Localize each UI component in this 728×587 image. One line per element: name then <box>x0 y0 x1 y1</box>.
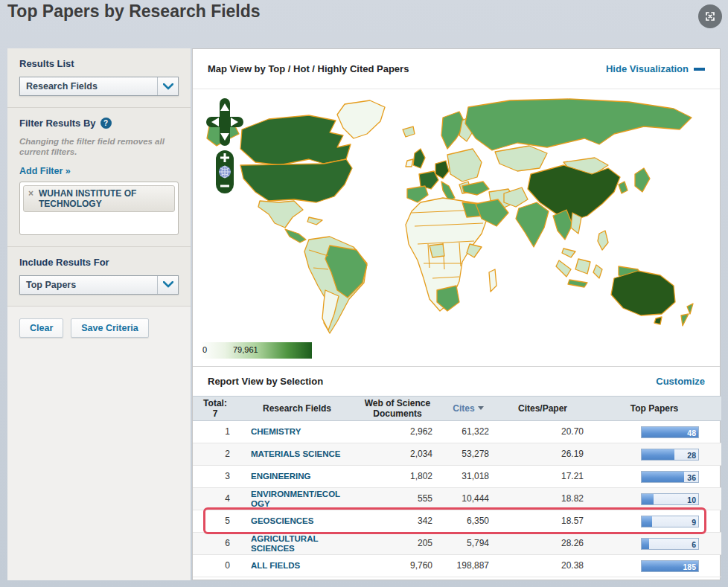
country-nigeria <box>430 244 444 257</box>
top-papers-value: 9 <box>692 518 696 527</box>
country-indonesia-sulawesi <box>593 265 602 278</box>
top-papers-value: 36 <box>687 473 696 483</box>
cites-value: 5,794 <box>438 533 498 555</box>
table-row: 1CHEMISTRY2,96261,32220.7048 <box>193 421 721 443</box>
legend-gradient-bar: 0 79,961 <box>200 342 312 359</box>
table-row: 6AGRICULTURAL SCIENCES2055,79428.266 <box>193 533 721 555</box>
country-south-korea <box>619 182 628 193</box>
country-indonesia-java <box>568 280 587 287</box>
country-india <box>516 202 549 247</box>
cites-per-paper-value: 17.21 <box>498 466 587 488</box>
fullscreen-button[interactable] <box>698 4 722 28</box>
sidebar: Results List Research Fields Filter Resu… <box>7 48 191 580</box>
include-results-selected-value: Top Papers <box>20 276 157 294</box>
report-table-body: 1CHEMISTRY2,96261,32220.70482MATERIALS S… <box>193 421 721 577</box>
legend-max-value: 79,961 <box>233 345 258 354</box>
top-papers-value: 6 <box>692 540 696 550</box>
top-papers-bar: 10 <box>641 493 699 505</box>
row-rank: 5 <box>193 510 237 533</box>
top-papers-value: 48 <box>687 429 696 438</box>
legend-min-value: 0 <box>202 345 207 354</box>
field-link[interactable]: CHEMISTRY <box>251 427 301 437</box>
pan-dpad[interactable] <box>206 98 243 146</box>
sort-desc-icon <box>478 406 484 410</box>
oceania[interactable] <box>611 271 693 326</box>
column-cites-per-paper[interactable]: Cites/Paper <box>498 397 587 421</box>
south-america[interactable] <box>304 237 367 333</box>
results-list-heading: Results List <box>19 58 179 69</box>
wos-documents-value: 555 <box>357 488 438 510</box>
top-papers-value: 185 <box>683 562 696 572</box>
page-title: Top Papers by Research Fields <box>7 1 261 22</box>
country-spain <box>407 186 428 202</box>
include-results-select[interactable]: Top Papers <box>19 275 179 295</box>
row-rank: 3 <box>193 466 237 488</box>
wos-documents-value: 205 <box>357 533 438 555</box>
central-america <box>285 229 306 243</box>
map-view-title: Map View by Top / Hot / Highly Cited Pap… <box>208 63 409 74</box>
help-icon[interactable]: ? <box>100 118 112 129</box>
row-rank: 2 <box>193 443 237 466</box>
table-row: 5GEOSCIENCES3426,35018.579 <box>193 510 721 533</box>
country-australia <box>611 271 675 315</box>
field-link[interactable]: AGRICULTURAL SCIENCES <box>251 534 344 554</box>
asia[interactable] <box>462 99 692 287</box>
table-row: 2MATERIALS SCIENCE2,03453,27826.1928 <box>193 443 721 466</box>
column-wos-documents[interactable]: Web of Science Documents <box>357 397 438 421</box>
country-mexico <box>258 201 303 228</box>
cites-value: 10,444 <box>438 488 498 510</box>
field-link[interactable]: GEOSCIENCES <box>251 516 313 526</box>
country-japan <box>635 168 650 192</box>
chevron-down-icon <box>157 276 178 294</box>
map-area <box>193 89 720 338</box>
results-list-select[interactable]: Research Fields <box>19 77 179 96</box>
country-iceland <box>403 126 415 137</box>
wos-documents-value: 2,034 <box>357 443 438 466</box>
country-indonesia-borneo <box>575 259 590 274</box>
field-link[interactable]: ALL FIELDS <box>251 561 300 571</box>
collapse-minus-icon <box>694 68 705 71</box>
zoom-control[interactable] <box>216 150 234 193</box>
top-papers-bar: 28 <box>641 449 699 461</box>
world-choropleth-map[interactable] <box>197 91 711 336</box>
report-view-title: Report View by Selection <box>208 376 323 387</box>
filter-tag-label: WUHAN INSTITUTE OF TECHNOLOGY <box>39 188 170 209</box>
country-russia <box>465 99 692 150</box>
remove-filter-icon[interactable]: × <box>28 188 33 199</box>
add-filter-link[interactable]: Add Filter » <box>19 166 71 176</box>
hide-visualization-link[interactable]: Hide Visualization <box>606 63 705 74</box>
filter-note: Changing the filter field removes all cu… <box>19 136 179 158</box>
country-ethiopia <box>467 244 482 257</box>
row-rank: 0 <box>193 555 237 577</box>
top-papers-bar: 185 <box>641 560 699 572</box>
field-link[interactable]: MATERIALS SCIENCE <box>251 449 341 459</box>
map-pan-zoom-controls[interactable] <box>206 98 243 195</box>
wos-documents-value: 2,962 <box>357 421 438 443</box>
top-papers-bar: 48 <box>641 426 699 438</box>
cites-value: 53,278 <box>438 443 498 466</box>
top-papers-bar: 6 <box>641 538 699 550</box>
wos-documents-value: 342 <box>357 510 438 533</box>
wos-documents-value: 1,802 <box>357 466 438 488</box>
chevron-down-icon <box>157 77 178 95</box>
map-legend: 0 79,961 <box>193 338 720 366</box>
cites-per-paper-value: 20.70 <box>498 421 587 443</box>
cites-per-paper-value: 18.82 <box>498 488 587 510</box>
top-papers-value: 28 <box>687 451 696 461</box>
country-ireland <box>406 159 413 167</box>
save-criteria-button[interactable]: Save Criteria <box>71 318 148 338</box>
include-results-section: Include Results For Top Papers <box>7 247 191 307</box>
clear-button[interactable]: Clear <box>19 318 63 338</box>
column-top-papers[interactable]: Top Papers <box>587 397 721 421</box>
eastern-europe <box>447 149 482 182</box>
report-table: Total: 7 Research Fields Web of Science … <box>193 396 721 577</box>
field-link[interactable]: ENGINEERING <box>251 472 311 481</box>
cites-per-paper-value: 26.19 <box>498 443 587 466</box>
country-uk <box>413 149 425 168</box>
field-link[interactable]: ENVIRONMENT/ECOLOGY <box>251 490 344 509</box>
country-canada <box>240 115 351 165</box>
customize-link[interactable]: Customize <box>656 376 705 387</box>
row-rank: 1 <box>193 421 237 443</box>
country-usa <box>240 159 352 202</box>
column-cites-sorted[interactable]: Cites <box>438 397 498 421</box>
